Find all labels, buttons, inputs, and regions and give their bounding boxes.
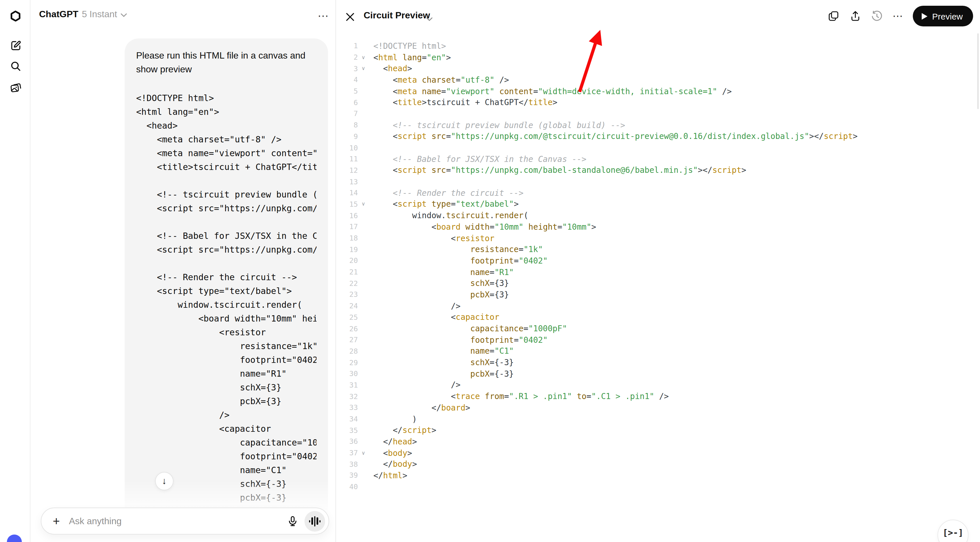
new-chat-icon[interactable] bbox=[9, 38, 22, 52]
fold-chevron-icon[interactable]: ∨ bbox=[358, 54, 367, 60]
code-line[interactable]: 2∨<html lang="en"> bbox=[340, 51, 980, 63]
code-line[interactable]: 25 <capacitor bbox=[340, 312, 980, 323]
copy-icon[interactable] bbox=[827, 10, 840, 22]
canvas-title[interactable]: Circuit Preview bbox=[364, 10, 430, 21]
code-line[interactable]: 7 bbox=[340, 108, 980, 119]
line-number: 5 bbox=[340, 87, 358, 95]
code-text: pcbX={-3} bbox=[373, 369, 514, 378]
chat-input[interactable] bbox=[69, 516, 285, 526]
fold-chevron-icon[interactable]: ∨ bbox=[358, 201, 367, 207]
conversation-menu-icon[interactable]: ⋯ bbox=[315, 7, 332, 24]
line-number: 2 bbox=[340, 53, 358, 62]
code-line[interactable]: 19 resistance="1k" bbox=[340, 244, 980, 255]
code-editor[interactable]: 1<!DOCTYPE html>2∨<html lang="en">3∨ <he… bbox=[336, 32, 980, 492]
code-text: window.tscircuit.render( bbox=[373, 211, 528, 220]
code-text: <!-- Babel for JSX/TSX in the Canvas --> bbox=[373, 154, 587, 163]
line-number: 25 bbox=[340, 313, 358, 321]
user-message-text: Please run this HTML file in a canvas an… bbox=[136, 49, 317, 76]
code-text: <html lang="en"> bbox=[373, 52, 451, 62]
code-text: </board> bbox=[373, 403, 470, 412]
code-line[interactable]: 20 footprint="0402" bbox=[340, 255, 980, 266]
code-line[interactable]: 3∨ <head> bbox=[340, 63, 980, 74]
code-line[interactable]: 27 footprint="0402" bbox=[340, 334, 980, 345]
voice-mode-button[interactable] bbox=[304, 511, 325, 531]
line-number: 22 bbox=[340, 279, 358, 288]
code-line[interactable]: 12 <script src="https://unpkg.com/babel-… bbox=[340, 164, 980, 176]
canvas-title-chevron-icon[interactable] bbox=[426, 13, 433, 24]
code-line[interactable]: 10 bbox=[340, 142, 980, 153]
code-line[interactable]: 33 </board> bbox=[340, 402, 980, 413]
code-text: /> bbox=[373, 301, 460, 310]
code-line[interactable]: 14 <!-- Render the circuit --> bbox=[340, 187, 980, 199]
code-line[interactable]: 4 <meta charset="utf-8" /> bbox=[340, 74, 980, 85]
line-number: 8 bbox=[340, 121, 358, 129]
code-line[interactable]: 32 <trace from=".R1 > .pin1" to=".C1 > .… bbox=[340, 391, 980, 402]
code-text: </script> bbox=[373, 426, 436, 435]
code-line[interactable]: 38 </body> bbox=[340, 458, 980, 470]
search-icon[interactable] bbox=[9, 59, 22, 73]
code-line[interactable]: 9 <script src="https://unpkg.com/@tscirc… bbox=[340, 130, 980, 142]
model-name: 5 Instant bbox=[82, 9, 117, 19]
microphone-icon[interactable] bbox=[285, 513, 300, 529]
code-line[interactable]: 18 <resistor bbox=[340, 232, 980, 243]
composer: + bbox=[41, 507, 329, 534]
code-text: name="C1" bbox=[373, 346, 514, 356]
code-line[interactable]: 22 schX={3} bbox=[340, 278, 980, 289]
share-icon[interactable] bbox=[849, 10, 861, 22]
code-text: <resistor bbox=[373, 234, 494, 243]
version-history-icon[interactable] bbox=[870, 10, 883, 22]
code-text: schX={3} bbox=[373, 279, 509, 288]
library-icon[interactable] bbox=[9, 80, 22, 94]
code-line[interactable]: 16 window.tscircuit.render( bbox=[340, 210, 980, 221]
canvas-actions: ⋯ Preview bbox=[827, 6, 973, 26]
code-line[interactable]: 39</html> bbox=[340, 470, 980, 481]
code-line[interactable]: 11 <!-- Babel for JSX/TSX in the Canvas … bbox=[340, 153, 980, 164]
scroll-to-bottom-button[interactable]: ↓ bbox=[155, 472, 173, 490]
fold-chevron-icon[interactable]: ∨ bbox=[358, 65, 367, 71]
line-number: 1 bbox=[340, 41, 358, 50]
code-line[interactable]: 30 pcbX={-3} bbox=[340, 368, 980, 379]
code-text: resistance="1k" bbox=[373, 245, 543, 254]
console-button[interactable]: [>-] bbox=[937, 520, 969, 542]
code-line[interactable]: 34 ) bbox=[340, 413, 980, 424]
attach-plus-icon[interactable]: + bbox=[49, 514, 63, 528]
close-canvas-icon[interactable] bbox=[344, 11, 356, 22]
code-text: ) bbox=[373, 414, 417, 423]
code-line[interactable]: 1<!DOCTYPE html> bbox=[340, 40, 980, 51]
line-number: 4 bbox=[340, 76, 358, 84]
line-number: 23 bbox=[340, 290, 358, 299]
code-text: <trace from=".R1 > .pin1" to=".C1 > .pin… bbox=[373, 392, 669, 401]
code-text: <!DOCTYPE html> bbox=[373, 41, 446, 51]
code-line[interactable]: 21 name="R1" bbox=[340, 266, 980, 278]
code-line[interactable]: 5 <meta name="viewport" content="width=d… bbox=[340, 86, 980, 97]
code-line[interactable]: 31 /> bbox=[340, 379, 980, 390]
code-line[interactable]: 23 pcbX={3} bbox=[340, 289, 980, 300]
code-line[interactable]: 36 </head> bbox=[340, 436, 980, 447]
line-number: 30 bbox=[340, 369, 358, 378]
code-line[interactable]: 13 bbox=[340, 176, 980, 187]
code-line[interactable]: 28 name="C1" bbox=[340, 345, 980, 356]
openai-logo-icon[interactable] bbox=[9, 9, 22, 23]
code-line[interactable]: 26 capacitance="1000pF" bbox=[340, 323, 980, 334]
code-line[interactable]: 15∨ <script type="text/babel"> bbox=[340, 199, 980, 210]
fold-chevron-icon[interactable]: ∨ bbox=[358, 450, 367, 456]
code-line[interactable]: 24 /> bbox=[340, 300, 980, 312]
user-avatar[interactable] bbox=[7, 534, 22, 542]
code-line[interactable]: 29 schX={-3} bbox=[340, 357, 980, 368]
code-line[interactable]: 35 </script> bbox=[340, 424, 980, 436]
code-line[interactable]: 6 <title>tscircuit + ChatGPT</title> bbox=[340, 97, 980, 108]
line-number: 12 bbox=[340, 166, 358, 175]
line-number: 34 bbox=[340, 415, 358, 423]
editor-scrollbar[interactable] bbox=[977, 33, 979, 109]
canvas-menu-icon[interactable]: ⋯ bbox=[892, 10, 903, 22]
model-switcher[interactable]: ChatGPT 5 Instant bbox=[39, 9, 127, 19]
line-number: 15 bbox=[340, 200, 358, 208]
code-line[interactable]: 40 bbox=[340, 481, 980, 492]
code-line[interactable]: 8 <!-- tscircuit preview bundle (global … bbox=[340, 119, 980, 130]
app-title: ChatGPT bbox=[39, 9, 78, 19]
code-text: /> bbox=[373, 380, 460, 389]
line-number: 21 bbox=[340, 267, 358, 276]
code-line[interactable]: 17 <board width="10mm" height="10mm"> bbox=[340, 221, 980, 232]
code-line[interactable]: 37∨ <body> bbox=[340, 447, 980, 458]
preview-button[interactable]: Preview bbox=[913, 6, 973, 26]
